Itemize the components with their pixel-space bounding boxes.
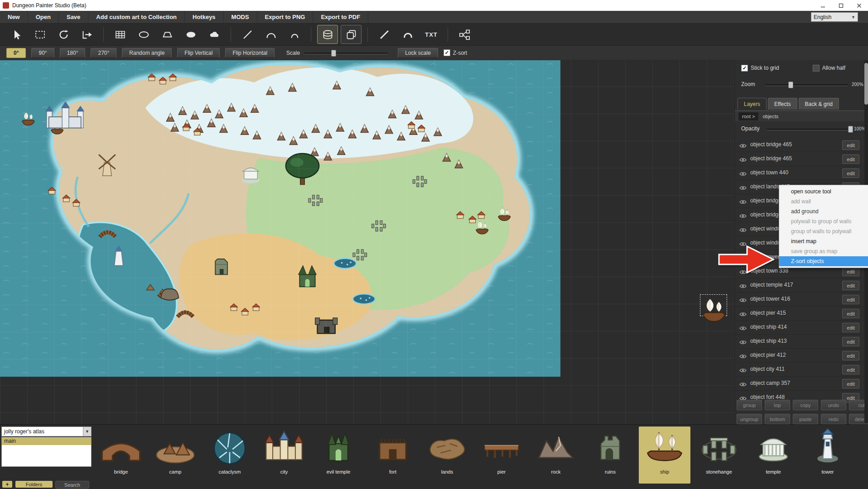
random-angle-button[interactable]: Random angle	[122, 48, 172, 58]
context-menu-item-z-sort-objects[interactable]: Z-sort objects	[779, 256, 868, 266]
menu-item-export-to-png[interactable]: Export to PNG	[257, 11, 313, 23]
visibility-eye-icon[interactable]	[739, 156, 747, 164]
visibility-eye-icon[interactable]	[739, 212, 747, 221]
zsort-checkbox[interactable]: ✓	[444, 49, 450, 56]
collection-select[interactable]: jolly roger's atlas ▼	[1, 427, 92, 436]
visibility-eye-icon[interactable]	[739, 353, 747, 361]
angle-button-0deg[interactable]: 0°	[6, 48, 26, 58]
action-bottom-button[interactable]: bottom	[765, 414, 790, 424]
opacity-slider-thumb[interactable]	[848, 126, 853, 133]
text-tool-button[interactable]: TXT	[421, 25, 442, 44]
nodes-tool-button[interactable]	[454, 25, 475, 44]
action-copy-button[interactable]: copy	[793, 400, 818, 410]
layer-edit-button[interactable]: edit	[842, 323, 859, 332]
layer-row[interactable]: object bridge 465edit	[735, 138, 868, 152]
action-paste-button[interactable]: paste	[793, 414, 818, 424]
marquee-tool-button[interactable]	[29, 25, 50, 44]
angle-button-270deg[interactable]: 270°	[91, 48, 116, 58]
asset-pier[interactable]: pier	[474, 425, 529, 489]
opacity-slider[interactable]	[767, 126, 852, 132]
pointer-tool-button[interactable]	[6, 25, 27, 44]
layer-row[interactable]: object ship 413edit	[735, 335, 868, 349]
tab-back-grid[interactable]: Back & grid	[799, 98, 839, 110]
asset-bridge[interactable]: bridge	[94, 425, 148, 489]
angle-button-180deg[interactable]: 180°	[60, 48, 86, 58]
lock-scale-button[interactable]: Lock scale	[398, 48, 438, 58]
asset-city[interactable]: city	[257, 425, 311, 489]
asset-ruins[interactable]: ruins	[583, 425, 637, 489]
layer-row[interactable]: object pier 412edit	[735, 349, 868, 363]
layer-row[interactable]: object ship 414edit	[735, 321, 868, 335]
layer-edit-button[interactable]: edit	[842, 309, 859, 318]
chevron-down-icon[interactable]: ▼	[83, 427, 91, 436]
folder-item-main[interactable]: main	[2, 437, 91, 445]
visibility-eye-icon[interactable]	[739, 283, 747, 291]
context-menu-item-insert-map[interactable]: insert map	[779, 236, 868, 246]
asset-evil-temple[interactable]: evil temple	[311, 425, 366, 489]
layer-edit-button[interactable]: edit	[842, 295, 859, 304]
asset-ship[interactable]: ship	[637, 425, 692, 489]
wall-line-tool-button[interactable]	[374, 25, 395, 44]
context-menu-item-add-wall[interactable]: add wall	[779, 197, 868, 206]
menu-item-open[interactable]: Open	[28, 11, 59, 23]
breadcrumb-root[interactable]: root >	[738, 112, 758, 120]
layer-edit-button[interactable]: edit	[842, 337, 859, 346]
layer-row[interactable]: object tower 416edit	[735, 292, 868, 307]
visibility-eye-icon[interactable]	[739, 367, 747, 375]
stack-tool-button[interactable]	[317, 25, 338, 44]
maximize-icon[interactable]	[832, 0, 850, 11]
asset-rock[interactable]: rock	[529, 425, 583, 489]
layer-row[interactable]: object pier 415edit	[735, 307, 868, 321]
layer-edit-button[interactable]: edit	[842, 267, 859, 276]
asset-lands[interactable]: lands	[420, 425, 474, 489]
visibility-eye-icon[interactable]	[739, 325, 747, 333]
context-menu-item-open-source-tool[interactable]: open source tool	[779, 187, 868, 197]
visibility-eye-icon[interactable]	[739, 226, 747, 235]
tab-folders[interactable]: Folders	[15, 481, 53, 488]
zoom-slider-thumb[interactable]	[788, 82, 793, 88]
scale-slider-thumb[interactable]	[331, 50, 336, 57]
menu-item-mods[interactable]: MODS	[224, 11, 257, 23]
layer-edit-button[interactable]: edit	[842, 168, 859, 178]
context-menu-item-save-group-as-map[interactable]: save group as map	[779, 246, 868, 256]
asset-tower[interactable]: tower	[800, 425, 855, 489]
rotate-tool-button[interactable]	[53, 25, 74, 44]
tab-effects[interactable]: Effects	[768, 98, 797, 110]
selected-ship-object[interactable]	[700, 294, 729, 327]
blob-tool-button[interactable]	[180, 25, 201, 44]
add-folder-button[interactable]: +	[2, 481, 12, 488]
visibility-eye-icon[interactable]	[739, 198, 747, 206]
flip-horizontal-button[interactable]: Flip Horizontal	[225, 48, 275, 58]
menu-item-export-to-pdf[interactable]: Export to PDF	[313, 11, 368, 23]
close-icon[interactable]	[850, 0, 868, 11]
menu-item-save[interactable]: Save	[59, 11, 88, 23]
layer-edit-button[interactable]: edit	[842, 140, 859, 150]
menu-item-new[interactable]: New	[0, 11, 28, 23]
context-menu-item-polywall-to-group-of-walls[interactable]: polywall to group of walls	[779, 216, 868, 226]
visibility-eye-icon[interactable]	[739, 339, 747, 347]
visibility-eye-icon[interactable]	[739, 184, 747, 192]
action-ungroup-button[interactable]: ungroup	[737, 414, 762, 424]
map-canvas[interactable]	[0, 59, 734, 424]
action-group-button[interactable]: group	[737, 400, 762, 410]
asset-temple[interactable]: temple	[746, 425, 800, 489]
language-select[interactable]: English ▼	[811, 12, 858, 22]
layer-row[interactable]: object town 440edit	[735, 166, 868, 180]
visibility-eye-icon[interactable]	[739, 142, 747, 150]
action-redo-button[interactable]: redo	[821, 414, 846, 424]
layer-edit-button[interactable]: edit	[842, 154, 859, 164]
action-top-button[interactable]: top	[765, 400, 790, 410]
visibility-eye-icon[interactable]	[739, 311, 747, 319]
tab-layers[interactable]: Layers	[738, 98, 767, 110]
asset-cataclysm[interactable]: cataclysm	[203, 425, 257, 489]
action-undo-button[interactable]: undo	[821, 400, 846, 410]
asset-stonehange[interactable]: stonehange	[692, 425, 746, 489]
flip-vertical-button[interactable]: Flip Vertical	[177, 48, 220, 58]
visibility-eye-icon[interactable]	[739, 297, 747, 305]
layer-edit-button[interactable]: edit	[842, 365, 859, 374]
copy-tool-button[interactable]	[341, 25, 362, 44]
arc-tool-button[interactable]	[260, 25, 281, 44]
stick-to-grid-checkbox[interactable]: ✓	[741, 65, 748, 72]
layer-row[interactable]: object bridge 465edit	[735, 152, 868, 166]
move-tool-button[interactable]	[77, 25, 97, 44]
